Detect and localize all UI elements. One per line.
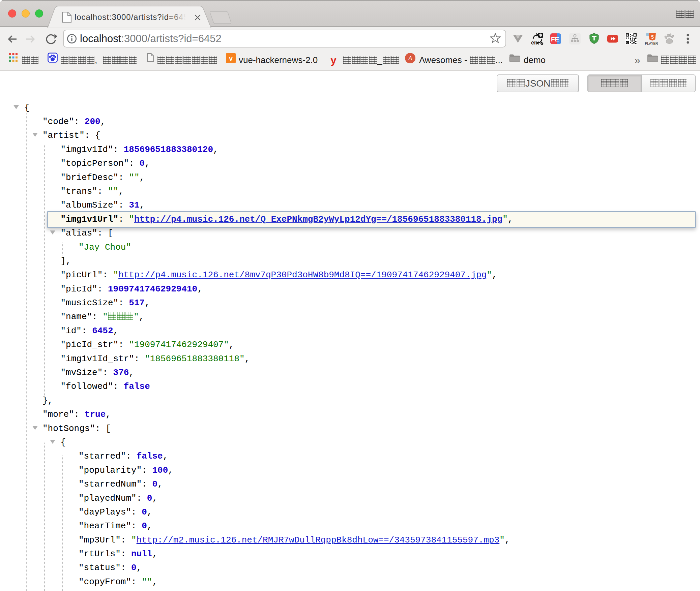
svg-text:PLAYER: PLAYER	[645, 42, 658, 45]
svg-text:5: 5	[651, 34, 654, 40]
svg-text:A: A	[408, 55, 412, 62]
svg-text:v: v	[229, 55, 233, 62]
svg-text:en: en	[531, 40, 537, 45]
svg-text:FE: FE	[551, 36, 559, 43]
